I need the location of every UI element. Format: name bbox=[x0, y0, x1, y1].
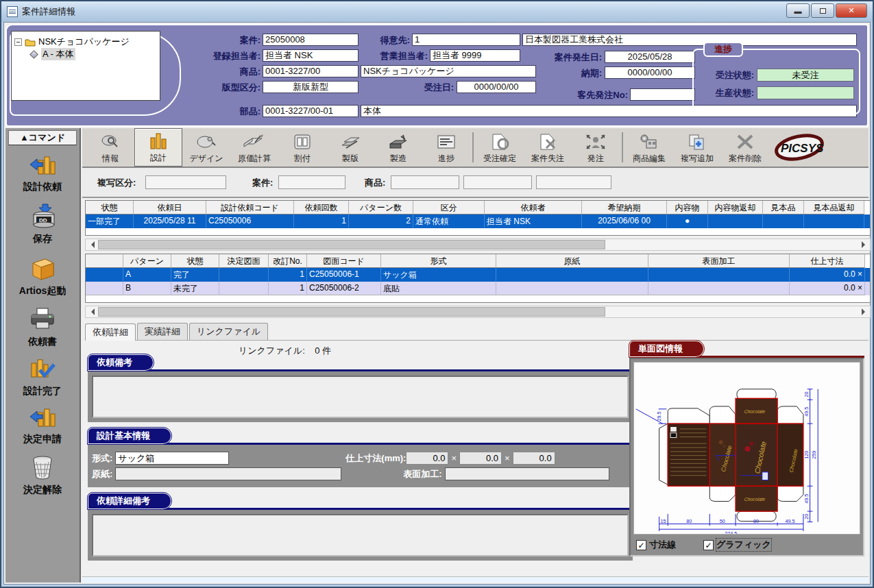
dim3-field[interactable]: 0.0 bbox=[513, 452, 555, 465]
command-collapse-button[interactable]: ▲コマンド bbox=[8, 130, 77, 145]
close-button[interactable]: ✕ bbox=[836, 3, 867, 18]
scrollbar-thumb[interactable] bbox=[98, 240, 605, 249]
dim-b4: 80 bbox=[753, 518, 759, 524]
tree-child-node[interactable]: A - 本体 bbox=[14, 48, 157, 60]
status-bar bbox=[82, 576, 869, 583]
tab-link-file[interactable]: リンクファイル bbox=[189, 323, 268, 340]
order-status-value: 未受注 bbox=[757, 69, 854, 82]
col-pattern: パターン bbox=[123, 254, 171, 268]
toolbar-manufacture[interactable]: 製造 bbox=[374, 128, 422, 167]
part-diamond-icon bbox=[29, 50, 38, 59]
col-request-count: 依頼回数 bbox=[294, 201, 349, 215]
sidebar-item-artios[interactable]: Artios起動 bbox=[5, 255, 80, 297]
part-code-field[interactable]: 0001-3227/00-01 bbox=[263, 105, 359, 117]
case-field[interactable]: 25050008 bbox=[263, 34, 359, 46]
sidebar-item-save[interactable]: DD 保存 bbox=[5, 203, 80, 245]
tab-result-detail[interactable]: 実績詳細 bbox=[137, 323, 188, 340]
toolbar-plate[interactable]: 製版 bbox=[326, 128, 374, 167]
tab-request-detail[interactable]: 依頼詳細 bbox=[85, 323, 136, 341]
copy-product-code-field[interactable] bbox=[391, 175, 459, 189]
toolbar-order-confirm[interactable]: 受注確定 bbox=[476, 128, 524, 167]
progress-group-title: 進捗 bbox=[703, 42, 743, 57]
product-name-field[interactable]: NSKチョコパッケージ bbox=[361, 65, 536, 77]
toolbar-copy-add[interactable]: 複写追加 bbox=[673, 128, 721, 167]
sidebar-item-decision-apply[interactable]: 決定申請 bbox=[5, 407, 80, 445]
sidebar-item-design-complete[interactable]: 設計完了 bbox=[5, 358, 80, 397]
customer-po-field[interactable] bbox=[630, 88, 695, 101]
form-field[interactable]: サック箱 bbox=[115, 452, 229, 465]
design-mouse-icon bbox=[196, 133, 217, 151]
toolbar-order-lost[interactable]: 案件失注 bbox=[524, 128, 572, 167]
toolbar: 情報 設計 デザイン 原価計算 割付 bbox=[82, 128, 869, 168]
title-bar: 案件詳細情報 ▬ ✕ bbox=[1, 1, 873, 22]
order-date-field[interactable]: 0000/00/00 bbox=[457, 81, 536, 93]
dimension-line-checkbox[interactable]: ✓ 寸法線 bbox=[636, 539, 676, 551]
toolbar-progress[interactable]: 進捗 bbox=[422, 128, 470, 167]
graphic-checkbox[interactable]: ✓ グラフィック bbox=[703, 539, 771, 551]
production-status-label: 生産状態: bbox=[701, 87, 754, 99]
toolbar-design[interactable]: 設計 bbox=[134, 128, 182, 167]
copy-product-name-field[interactable] bbox=[536, 175, 611, 189]
toolbar-case-delete[interactable]: 案件削除 bbox=[721, 128, 769, 167]
scroll-left-icon[interactable] bbox=[86, 239, 98, 250]
toolbar-graphic-design[interactable]: デザイン bbox=[182, 128, 230, 167]
toolbar-hacchu[interactable]: 発注 bbox=[572, 128, 620, 167]
toolbar-layout[interactable]: 割付 bbox=[278, 128, 326, 167]
pattern-table-scrollbar[interactable] bbox=[85, 306, 871, 318]
customer-code-field[interactable]: 1 bbox=[412, 34, 520, 46]
request-note-field[interactable] bbox=[92, 376, 629, 418]
delivery-field[interactable]: 0000/00/00 bbox=[605, 66, 695, 79]
pattern-row-a[interactable]: A 完了 1 C25050006-1 サック箱 0.0 × bbox=[86, 268, 870, 282]
request-detail-note-section: 依頼詳細備考 bbox=[88, 493, 633, 561]
tree-root-node[interactable]: NSKチョコパッケージ bbox=[14, 36, 157, 48]
copy-case-field[interactable] bbox=[278, 175, 345, 189]
trash-icon bbox=[29, 455, 56, 480]
customer-po-label: 客先発注No: bbox=[554, 89, 628, 101]
case-date-field[interactable]: 2025/05/28 bbox=[605, 51, 695, 63]
case-label: 案件: bbox=[192, 34, 260, 47]
sales-staff-field[interactable]: 担当者 9999 bbox=[430, 49, 520, 62]
scrollbar-thumb[interactable] bbox=[98, 307, 605, 317]
minimize-button[interactable]: ▬ bbox=[786, 3, 810, 18]
sidebar-item-design-request[interactable]: 設計依頼 bbox=[5, 155, 80, 193]
restore-button[interactable] bbox=[811, 3, 834, 18]
pattern-row-b[interactable]: B 未完了 1 C25050006-2 底貼 0.0 × bbox=[86, 282, 870, 295]
copy-kind-field[interactable] bbox=[145, 175, 226, 189]
surface-field[interactable] bbox=[445, 467, 609, 480]
dim-r3: 49.5 bbox=[803, 494, 810, 504]
dieline-svg: Chocolate Chocolate Chocolate Chocolate … bbox=[634, 363, 860, 534]
single-view-section: 単面図情報 bbox=[629, 341, 864, 556]
layout-book-icon bbox=[292, 133, 313, 151]
delivery-label: 納期: bbox=[555, 67, 602, 79]
toolbar-cost-calc[interactable]: 原価計算 bbox=[230, 128, 278, 167]
copy-product-sub-field[interactable] bbox=[463, 175, 532, 189]
scroll-right-icon[interactable] bbox=[858, 239, 870, 250]
request-detail-note-field[interactable] bbox=[92, 514, 629, 556]
toolbar-separator bbox=[472, 132, 474, 162]
design-request-table: 状態 依頼日 設計依頼コード 依頼回数 パターン数 区分 依頼者 希望納期 内容… bbox=[85, 200, 871, 236]
col-surface: 表面加工 bbox=[648, 254, 790, 268]
plate-type-field[interactable]: 新版新型 bbox=[263, 81, 359, 93]
request-table-row[interactable]: 一部完了 2025/05/28 11 C25050006 1 2 通常依頼 担当… bbox=[86, 215, 870, 228]
col-request-date: 依頼日 bbox=[134, 201, 206, 215]
customer-name-field[interactable]: 日本製図器工業株式会社 bbox=[522, 34, 857, 46]
scroll-right-icon[interactable] bbox=[858, 306, 870, 317]
product-code-field[interactable]: 0001-3227/00 bbox=[263, 65, 359, 77]
request-table-scrollbar[interactable] bbox=[85, 238, 871, 251]
save-db-icon: DD bbox=[27, 203, 58, 229]
dim2-field[interactable]: 0.0 bbox=[459, 452, 502, 465]
base-paper-label: 原紙: bbox=[92, 468, 112, 480]
register-staff-field[interactable]: 担当者 NSK bbox=[263, 49, 359, 62]
production-status-value bbox=[757, 86, 854, 99]
sidebar-item-decision-release[interactable]: 決定解除 bbox=[5, 455, 80, 496]
dim1-field[interactable]: 0.0 bbox=[406, 452, 448, 465]
tree-collapse-icon[interactable] bbox=[14, 38, 22, 46]
part-tree[interactable]: NSKチョコパッケージ A - 本体 bbox=[11, 31, 160, 101]
base-paper-field[interactable] bbox=[115, 467, 341, 480]
toolbar-info[interactable]: 情報 bbox=[86, 128, 134, 167]
toolbar-product-edit[interactable]: 商品編集 bbox=[625, 128, 673, 167]
scroll-left-icon[interactable] bbox=[86, 306, 98, 317]
check-icon: ✓ bbox=[703, 540, 714, 550]
sidebar-item-request-sheet[interactable]: 依頼書 bbox=[5, 307, 80, 348]
request-note-section: 依頼備考 bbox=[88, 354, 633, 422]
